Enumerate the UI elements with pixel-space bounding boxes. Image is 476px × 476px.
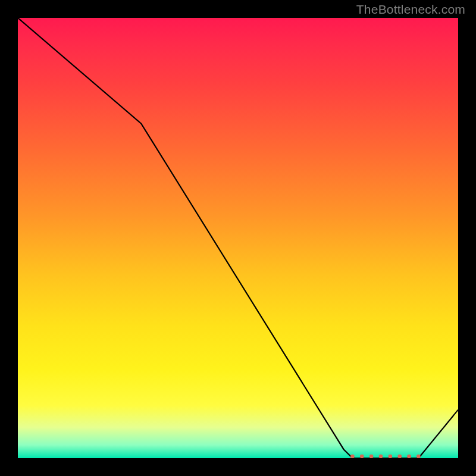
plot-svg bbox=[18, 18, 458, 458]
chart-frame: TheBottleneck.com bbox=[0, 0, 476, 476]
marker-dot bbox=[416, 455, 421, 458]
plot-area bbox=[18, 18, 458, 458]
marker-dot bbox=[407, 455, 411, 458]
marker-dot bbox=[369, 455, 374, 458]
marker-dot bbox=[360, 455, 364, 458]
marker-dot bbox=[379, 455, 383, 458]
marker-dot bbox=[388, 455, 392, 458]
marker-dot bbox=[350, 455, 355, 458]
curve-line bbox=[18, 18, 458, 458]
watermark-text: TheBottleneck.com bbox=[356, 2, 465, 17]
marker-dot bbox=[397, 455, 402, 458]
